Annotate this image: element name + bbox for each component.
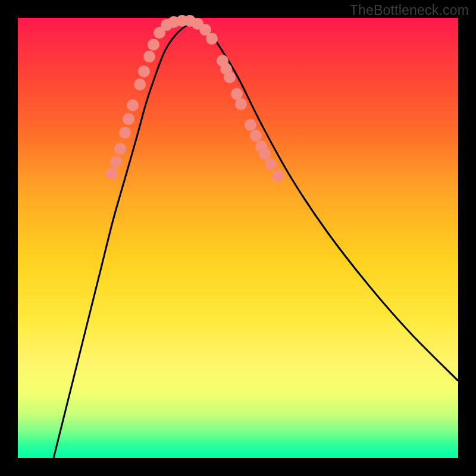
highlight-dot [235,98,247,110]
bottleneck-curve [54,24,458,458]
highlight-dot [106,168,118,180]
highlight-dot [123,113,134,125]
highlight-dot [245,119,256,131]
curve-layer [18,18,458,458]
highlight-dot [110,156,122,168]
highlight-dot [114,143,126,155]
plot-area [18,18,458,458]
highlight-dot [138,65,150,77]
highlight-dot [127,99,139,111]
watermark-text: TheBottleneck.com [350,2,469,18]
highlight-dot [224,71,236,83]
chart-frame: TheBottleneck.com [0,0,476,476]
highlight-dot [134,79,146,90]
highlight-dot [259,148,271,159]
highlight-dot [148,39,159,51]
highlight-dot [250,130,262,142]
highlight-dot [206,33,218,45]
highlight-dot [143,51,155,62]
highlight-dot [265,158,277,170]
highlight-dot [272,170,284,182]
highlight-dot [119,127,131,139]
